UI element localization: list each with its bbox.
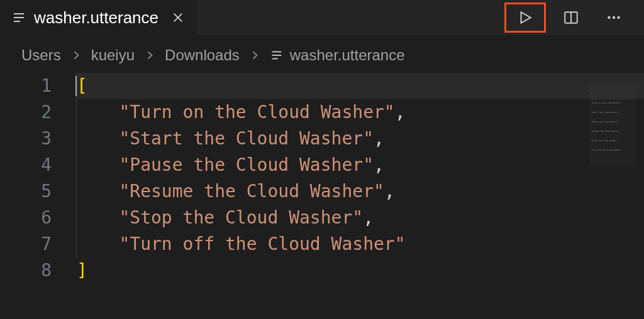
breadcrumb-item[interactable]: Downloads — [165, 46, 240, 64]
line-number: 3 — [0, 126, 52, 152]
split-editor-icon[interactable] — [553, 5, 589, 30]
line-number: 5 — [0, 178, 52, 205]
tab-active[interactable]: washer.utterance — [0, 0, 196, 35]
chevron-right-icon — [143, 49, 156, 62]
svg-point-8 — [608, 16, 610, 19]
breadcrumb-item[interactable]: washer.utterance — [290, 46, 405, 64]
run-button[interactable] — [504, 3, 546, 33]
line-number: 7 — [0, 231, 52, 257]
line-number: 1 — [0, 73, 52, 99]
code-line: "Turn on the Cloud Washer", — [75, 99, 644, 126]
more-actions-icon[interactable] — [596, 5, 631, 30]
breadcrumb-item[interactable]: kueiyu — [91, 46, 135, 64]
editor-actions — [504, 0, 644, 35]
line-number: 2 — [0, 99, 52, 126]
close-icon[interactable] — [171, 11, 185, 24]
code-line: ] — [75, 257, 644, 284]
breadcrumb[interactable]: Users kueiyu Downloads washer.utterance — [0, 35, 644, 73]
chevron-right-icon — [70, 49, 82, 62]
tab-bar: washer.utterance — [0, 0, 644, 35]
code-line: "Turn off the Cloud Washer" — [75, 231, 644, 257]
line-number: 8 — [0, 257, 52, 284]
breadcrumb-item[interactable]: Users — [21, 46, 61, 64]
tab-title: washer.utterance — [34, 8, 158, 28]
file-lines-icon — [11, 10, 26, 25]
svg-point-10 — [617, 16, 619, 19]
code-line: "Start the Cloud Washer", — [75, 126, 644, 152]
svg-marker-5 — [521, 12, 531, 23]
code-line: [ — [75, 73, 644, 99]
svg-point-9 — [613, 16, 615, 19]
code-line: "Resume the Cloud Washer", — [75, 178, 644, 205]
file-lines-icon — [270, 48, 284, 62]
code-line: "Pause the Cloud Washer", — [75, 152, 644, 178]
gutter: 1 2 3 4 5 6 7 8 — [0, 73, 75, 284]
line-number: 4 — [0, 152, 52, 178]
code-line: "Stop the Cloud Washer", — [75, 205, 644, 231]
editor[interactable]: 1 2 3 4 5 6 7 8 [ "Turn on the Cloud Was… — [0, 73, 644, 284]
line-number: 6 — [0, 205, 52, 231]
chevron-right-icon — [248, 49, 261, 62]
code-content[interactable]: [ "Turn on the Cloud Washer", "Start the… — [75, 73, 644, 284]
